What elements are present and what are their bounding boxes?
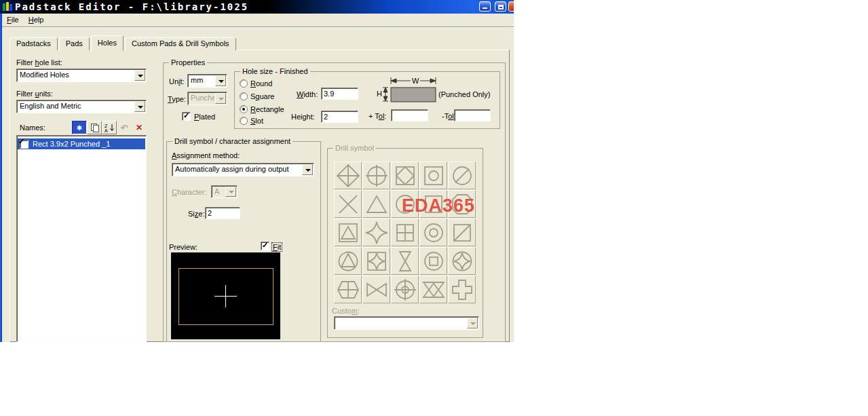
- chevron-down-icon[interactable]: [215, 75, 226, 86]
- close-button[interactable]: [508, 1, 514, 12]
- assignment-method-combo[interactable]: Automatically assign during output: [172, 163, 314, 176]
- unit-combo[interactable]: mm: [187, 74, 227, 88]
- width-label: Width:: [297, 90, 318, 98]
- tabstrip: Padstacks Pads Holes Custom Pads & Drill…: [10, 35, 238, 50]
- filter-hole-list-combo[interactable]: Modified Holes: [16, 69, 147, 82]
- window-left-border: [0, 14, 2, 342]
- minimize-button[interactable]: [479, 1, 491, 12]
- app-icon: [3, 2, 12, 12]
- drill-symbol-square-diagonal[interactable]: [448, 219, 476, 246]
- radio-round-label[interactable]: Round: [250, 79, 272, 88]
- menu-file[interactable]: File: [2, 15, 24, 25]
- chevron-down-icon: [215, 93, 226, 104]
- drill-symbol-circle-cross[interactable]: [362, 162, 390, 189]
- preview-hole-outline: [178, 268, 273, 325]
- drill-symbol-group-label: Drill symbol: [333, 144, 376, 152]
- radio-round[interactable]: [240, 79, 248, 88]
- tab-padstacks[interactable]: Padstacks: [10, 37, 58, 50]
- assignment-method-value: Automatically assign during output: [175, 165, 301, 173]
- drill-symbol-triangle[interactable]: [362, 190, 390, 218]
- radio-rectangle-label[interactable]: Rectangle: [250, 105, 284, 113]
- drill-symbol-circle-slash[interactable]: [448, 162, 476, 189]
- radio-slot[interactable]: [240, 117, 248, 125]
- drill-symbol-star4-in-square[interactable]: [362, 247, 390, 275]
- svg-text:A: A: [105, 128, 108, 132]
- dim-w-label: W: [411, 77, 420, 85]
- drill-symbol-circle-in-square[interactable]: [419, 162, 447, 189]
- size-input[interactable]: [205, 207, 240, 219]
- type-combo[interactable]: Punched: [187, 92, 227, 105]
- drill-symbol-double-hourglass[interactable]: [419, 276, 447, 303]
- radio-slot-label[interactable]: Slot: [250, 117, 263, 125]
- filter-units-label: Filter units:: [16, 90, 53, 98]
- custom-combo[interactable]: [334, 316, 479, 330]
- filter-hole-list-value: Modified Holes: [20, 71, 134, 79]
- plus-tol-input[interactable]: [391, 109, 428, 121]
- names-listbox[interactable]: Rect 3.9x2 Punched _1: [16, 135, 147, 342]
- custom-label: Custom:: [332, 307, 360, 315]
- eda365-watermark: EDA365: [402, 195, 475, 216]
- drill-symbol-donut[interactable]: [419, 219, 447, 246]
- plus-tol-label: + Tol:: [369, 112, 386, 120]
- chevron-down-icon: [467, 318, 478, 328]
- fit-checkbox[interactable]: [261, 242, 269, 250]
- drill-symbol-plus[interactable]: [448, 276, 476, 303]
- preview-canvas: [171, 252, 280, 339]
- minus-tol-input[interactable]: [454, 109, 491, 121]
- drill-symbol-target[interactable]: [391, 276, 419, 303]
- menu-help[interactable]: Help: [24, 15, 49, 25]
- sort-za-icon[interactable]: ZA: [102, 121, 117, 134]
- plated-checkbox[interactable]: [182, 112, 191, 121]
- delete-x-icon[interactable]: ✕: [132, 121, 147, 134]
- drill-symbol-diamond-in-square[interactable]: [391, 162, 419, 189]
- drill-symbol-bowtie-horizontal[interactable]: [362, 276, 390, 303]
- chevron-down-icon[interactable]: [302, 164, 313, 175]
- tab-custom-pads[interactable]: Custom Pads & Drill Symbols: [125, 37, 236, 50]
- drill-symbol-hexagon-cross[interactable]: [334, 276, 362, 303]
- chevron-down-icon[interactable]: [134, 70, 145, 81]
- radio-square[interactable]: [240, 92, 248, 100]
- minimize-icon: [483, 7, 487, 9]
- drill-symbol-hourglass-vertical[interactable]: [391, 247, 419, 275]
- tab-pads[interactable]: Pads: [59, 37, 90, 50]
- character-value: A: [214, 187, 225, 195]
- menu-divider: [2, 26, 514, 28]
- titlebar[interactable]: Padstack Editor - F:\library-1025: [0, 0, 514, 14]
- height-label: Height:: [291, 113, 315, 121]
- drill-symbol-triangle-in-circle[interactable]: [334, 247, 362, 275]
- names-toolbar: Names: ✱ ZA ↶ ✕: [16, 120, 147, 135]
- new-asterisk-icon[interactable]: ✱: [72, 121, 87, 134]
- filter-units-combo[interactable]: English and Metric: [16, 100, 147, 113]
- punched-only-label: (Punched Only): [438, 90, 490, 98]
- padstack-editor-window: Padstack Editor - F:\library-1025 File H…: [0, 0, 514, 342]
- width-input[interactable]: [321, 88, 358, 100]
- tab-holes[interactable]: Holes: [91, 35, 124, 51]
- radio-rectangle[interactable]: [240, 105, 248, 113]
- height-input[interactable]: [321, 111, 358, 123]
- names-label: Names:: [20, 124, 45, 132]
- list-item-checkbox[interactable]: [20, 140, 29, 149]
- drill-symbol-square-in-circle[interactable]: [419, 247, 447, 275]
- drill-symbol-grid: [334, 162, 478, 303]
- unit-value: mm: [191, 76, 214, 84]
- fit-label[interactable]: Fit: [271, 242, 282, 252]
- hole-dimension-diagram: [373, 75, 441, 107]
- unit-label: Unit:: [169, 77, 185, 86]
- drill-symbol-diamond-cross[interactable]: [334, 162, 362, 189]
- drill-symbol-square-window[interactable]: [391, 219, 419, 246]
- list-item-selected[interactable]: Rect 3.9x2 Punched _1: [18, 138, 145, 149]
- drill-symbol-x-cross[interactable]: [334, 190, 362, 218]
- drill-symbol-triangle-in-square[interactable]: [334, 219, 362, 246]
- copy-icon[interactable]: [87, 121, 102, 134]
- drill-symbol-star4[interactable]: [362, 219, 390, 246]
- undo-icon[interactable]: ↶: [117, 121, 132, 134]
- crosshair-icon: [225, 285, 226, 307]
- drill-symbol-star4-in-circle[interactable]: [448, 247, 476, 275]
- chevron-down-icon[interactable]: [134, 101, 145, 112]
- chevron-down-icon: [225, 187, 236, 197]
- maximize-button[interactable]: [495, 1, 506, 12]
- list-item-label: Rect 3.9x2 Punched _1: [33, 140, 110, 148]
- desktop: Padstack Editor - F:\library-1025 File H…: [0, 0, 868, 416]
- radio-square-label[interactable]: Square: [250, 92, 275, 100]
- character-combo[interactable]: A: [211, 185, 238, 198]
